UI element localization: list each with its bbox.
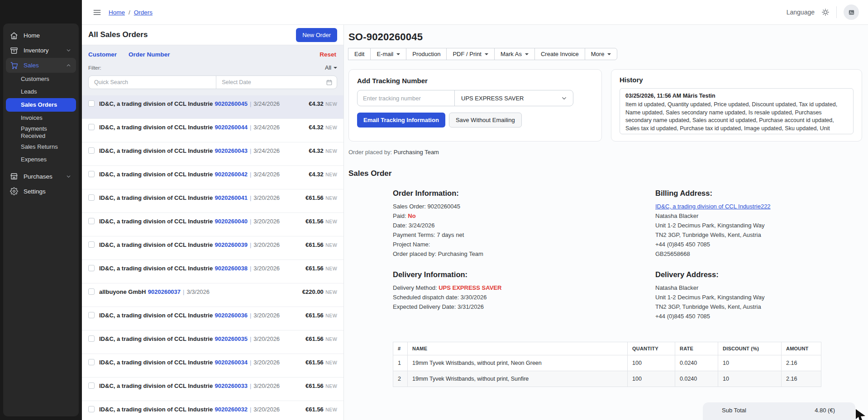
toolbar-button[interactable]: More [585, 48, 618, 60]
avatar[interactable] [844, 5, 859, 20]
order-information-section: Order Information: Sales Order: 90202600… [393, 189, 655, 259]
order-date: 3/20/2026 [253, 335, 280, 342]
order-checkbox[interactable] [88, 194, 95, 201]
add-tracking-card: Add Tracking Number UPS EXPRESS SAVER Em… [348, 69, 602, 142]
sidebar-item-sales-returns[interactable]: Sales Returns [6, 141, 76, 154]
topbar-divider [836, 6, 837, 18]
sales-order-document: Order Information: Sales Order: 90202600… [393, 189, 862, 387]
sidebar-item-payments-received[interactable]: Payments Received [6, 124, 76, 141]
order-number-link[interactable]: 9020260033 [215, 382, 248, 389]
cart-icon [10, 61, 18, 70]
order-number-link[interactable]: 9020260040 [215, 218, 248, 225]
sidebar-item-inventory[interactable]: Inventory [6, 43, 76, 58]
sidebar-item-invoices[interactable]: Invoices [6, 112, 76, 124]
order-checkbox[interactable] [88, 100, 95, 107]
sun-icon[interactable] [821, 8, 830, 16]
order-checkbox[interactable] [88, 335, 95, 342]
order-checkbox[interactable] [88, 288, 95, 295]
list-item[interactable]: ID&C, a trading division of CCL Industri… [82, 166, 343, 189]
order-checkbox[interactable] [88, 147, 95, 154]
order-customer: ID&C, a trading division of CCL Industri… [99, 171, 213, 178]
sidebar-item-expenses[interactable]: Expenses [6, 154, 76, 166]
order-date: 3/20/2026 [253, 265, 280, 272]
history-entry[interactable]: 03/25/2026, 11:56 AM Māris Testin Item i… [620, 88, 854, 134]
sidebar-item-sales[interactable]: Sales [6, 58, 76, 73]
select-date-input[interactable] [222, 79, 326, 85]
tab-customer[interactable]: Customer [88, 51, 117, 58]
breadcrumb-home-link[interactable]: Home [109, 9, 125, 16]
order-number-link[interactable]: 9020260042 [215, 171, 248, 178]
order-amount: €61.56 [305, 335, 324, 342]
order-customer: ID&C, a trading division of CCL Industri… [99, 359, 213, 366]
order-number-link[interactable]: 9020260032 [215, 406, 248, 413]
caret-down-icon [334, 67, 337, 69]
menu-icon[interactable] [93, 8, 101, 17]
sidebar-item-home[interactable]: Home [6, 28, 76, 43]
list-item[interactable]: ID&C, a trading division of CCL Industri… [82, 142, 343, 166]
order-number-link[interactable]: 9020260034 [215, 359, 248, 366]
order-number-link[interactable]: 9020260041 [215, 194, 248, 201]
order-number-link[interactable]: 9020260037 [148, 288, 181, 295]
breadcrumb-orders-link[interactable]: Orders [134, 9, 153, 16]
order-number-link[interactable]: 9020260036 [215, 312, 248, 319]
order-amount: €61.56 [305, 382, 324, 389]
calendar-icon[interactable] [326, 79, 333, 86]
toolbar-button[interactable]: Production [406, 48, 447, 60]
quick-search-input[interactable] [89, 76, 216, 89]
order-checkbox[interactable] [88, 124, 95, 130]
list-item[interactable]: ID&C, a trading division of CCL Industri… [82, 330, 343, 354]
tracking-number-input[interactable] [358, 90, 454, 106]
list-item[interactable]: ID&C, a trading division of CCL Industri… [82, 213, 343, 236]
list-item[interactable]: ID&C, a trading division of CCL Industri… [82, 401, 343, 420]
billing-customer-link[interactable]: ID&C, a trading division of CCL Industri… [655, 202, 771, 211]
order-checkbox[interactable] [88, 241, 95, 248]
order-customer: ID&C, a trading division of CCL Industri… [99, 147, 213, 154]
order-placed-by-value: Purchasing Team [394, 149, 439, 156]
list-item[interactable]: ID&C, a trading division of CCL Industri… [82, 354, 343, 378]
order-checkbox[interactable] [88, 359, 95, 365]
email-tracking-button[interactable]: Email Tracking Information [357, 113, 445, 127]
order-number-link[interactable]: 9020260039 [215, 241, 248, 248]
order-number-link[interactable]: 9020260038 [215, 265, 248, 272]
list-item[interactable]: ID&C, a trading division of CCL Industri… [82, 95, 343, 119]
sidebar-item-sales-orders[interactable]: Sales Orders [6, 98, 76, 112]
date-filter-field[interactable] [216, 76, 337, 89]
sidebar-item-leads[interactable]: Leads [6, 85, 76, 98]
list-item[interactable]: allbuyone GmbH 9020260037|3/3/2026 €220.… [82, 283, 343, 307]
order-checkbox[interactable] [88, 171, 95, 177]
toolbar-button[interactable]: Edit [348, 48, 371, 60]
language-button[interactable]: Language [787, 9, 815, 16]
order-number-link[interactable]: 9020260045 [215, 100, 248, 107]
list-item[interactable]: ID&C, a trading division of CCL Industri… [82, 189, 343, 213]
toolbar-button[interactable]: Create Invoice [534, 48, 585, 60]
filter-all-dropdown[interactable]: All [325, 65, 337, 71]
toolbar-button[interactable]: Mark As [494, 48, 535, 60]
gear-icon [10, 187, 18, 195]
sidebar-item-settings[interactable]: Settings [6, 184, 76, 199]
history-entry-body: Item id updated, Quantity updated, Price… [625, 101, 848, 134]
carrier-select[interactable]: UPS EXPRESS SAVER [454, 90, 573, 106]
order-date: 3/20/2026 [253, 194, 280, 201]
save-without-emailing-button[interactable]: Save Without Emailing [449, 113, 522, 127]
order-number-link[interactable]: 9020260043 [215, 147, 248, 154]
tab-order-number[interactable]: Order Number [129, 51, 170, 58]
list-item[interactable]: ID&C, a trading division of CCL Industri… [82, 260, 343, 283]
order-checkbox[interactable] [88, 218, 95, 224]
sidebar-item-purchases[interactable]: Purchases [6, 169, 76, 184]
order-number-link[interactable]: 9020260035 [215, 335, 248, 342]
toolbar-button[interactable]: E-mail [370, 48, 406, 60]
list-item[interactable]: ID&C, a trading division of CCL Industri… [82, 119, 343, 142]
sidebar-item-customers[interactable]: Customers [6, 73, 76, 85]
order-checkbox[interactable] [88, 406, 95, 412]
order-checkbox[interactable] [88, 265, 95, 271]
order-checkbox[interactable] [88, 312, 95, 318]
toolbar-button[interactable]: PDF / Print [446, 48, 495, 60]
order-number-link[interactable]: 9020260044 [215, 124, 248, 131]
order-checkbox[interactable] [88, 382, 95, 389]
new-order-button[interactable]: New Order [296, 28, 337, 42]
reset-filters-link[interactable]: Reset [320, 51, 336, 58]
list-item[interactable]: ID&C, a trading division of CCL Industri… [82, 236, 343, 260]
list-item[interactable]: ID&C, a trading division of CCL Industri… [82, 378, 343, 401]
list-item[interactable]: ID&C, a trading division of CCL Industri… [82, 307, 343, 330]
status-badge: NEW [325, 383, 337, 389]
